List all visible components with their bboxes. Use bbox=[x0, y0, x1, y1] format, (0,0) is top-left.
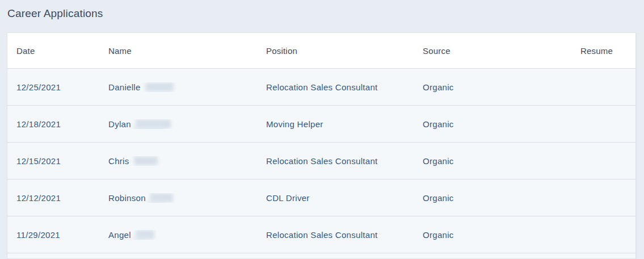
redacted-last-name bbox=[145, 82, 174, 91]
date-cell: 12/18/2021 bbox=[7, 119, 99, 129]
position-cell: Relocation Sales Consultant bbox=[257, 156, 414, 166]
applicant-first-name: Chris bbox=[108, 156, 129, 166]
applicant-first-name: Dylan bbox=[108, 119, 131, 129]
redacted-last-name bbox=[136, 230, 154, 239]
redacted-last-name bbox=[134, 156, 158, 165]
applicant-first-name: Danielle bbox=[108, 82, 141, 92]
date-cell: 12/12/2021 bbox=[7, 193, 99, 203]
source-cell: Organic bbox=[414, 82, 571, 92]
redacted-last-name-tail bbox=[132, 127, 165, 129]
redacted-last-name bbox=[136, 119, 171, 128]
column-header-source[interactable]: Source bbox=[414, 46, 571, 56]
redacted-last-name-tail bbox=[132, 237, 149, 240]
position-cell: CDL Driver bbox=[257, 193, 414, 203]
name-cell: Chris bbox=[99, 156, 257, 166]
career-applications-table: Date Name Position Source Resume 12/25/2… bbox=[7, 32, 636, 259]
column-header-resume[interactable]: Resume bbox=[571, 46, 635, 56]
column-header-name[interactable]: Name bbox=[99, 46, 257, 56]
column-header-date[interactable]: Date bbox=[7, 46, 99, 56]
date-cell: 12/15/2021 bbox=[7, 156, 99, 166]
table-row[interactable]: 11/29/2021 Angel Relocation Sales Consul… bbox=[7, 216, 635, 253]
table-row[interactable]: 12/18/2021 Dylan Moving Helper Organic bbox=[7, 105, 635, 142]
page: { "page": { "title": "Career Application… bbox=[0, 0, 644, 259]
table-row[interactable]: 12/15/2021 Chris Relocation Sales Consul… bbox=[7, 142, 635, 179]
name-cell: Angel bbox=[99, 230, 257, 240]
table-body: 12/25/2021 Danielle Relocation Sales Con… bbox=[7, 68, 635, 253]
source-cell: Organic bbox=[414, 119, 571, 129]
table-row[interactable]: 12/12/2021 Robinson CDL Driver Organic bbox=[7, 179, 635, 216]
source-cell: Organic bbox=[414, 156, 571, 166]
name-cell: Danielle bbox=[99, 82, 257, 92]
table-row[interactable]: 12/25/2021 Danielle Relocation Sales Con… bbox=[7, 68, 635, 105]
redacted-last-name-tail bbox=[147, 200, 164, 203]
applicant-first-name: Robinson bbox=[108, 193, 146, 203]
page-title: Career Applications bbox=[7, 7, 103, 20]
redacted-last-name bbox=[150, 193, 173, 202]
source-cell: Organic bbox=[414, 193, 571, 203]
column-header-position[interactable]: Position bbox=[257, 46, 414, 56]
date-cell: 12/25/2021 bbox=[7, 82, 99, 92]
table-header-row: Date Name Position Source Resume bbox=[7, 33, 635, 68]
table-row-partial bbox=[7, 253, 635, 259]
applicant-first-name: Angel bbox=[108, 230, 131, 240]
position-cell: Relocation Sales Consultant bbox=[257, 230, 414, 240]
name-cell: Robinson bbox=[99, 193, 257, 203]
name-cell: Dylan bbox=[99, 119, 257, 129]
date-cell: 11/29/2021 bbox=[7, 230, 99, 240]
source-cell: Organic bbox=[414, 230, 571, 240]
position-cell: Relocation Sales Consultant bbox=[257, 82, 414, 92]
position-cell: Moving Helper bbox=[257, 119, 414, 129]
